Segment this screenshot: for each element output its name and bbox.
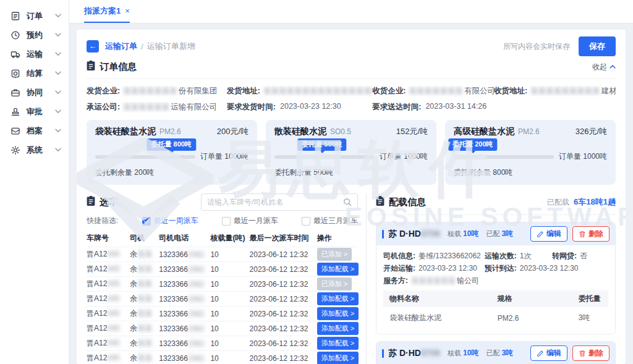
tab-close-icon[interactable]: × xyxy=(125,6,130,15)
product-name: 散装硅酸水泥 xyxy=(274,126,326,137)
pencil-icon xyxy=(537,350,544,357)
order-icon xyxy=(11,11,21,21)
order-quantity: 订单量 1000吨 xyxy=(559,151,607,162)
progress-tooltip-row: 委托量 200吨 xyxy=(454,138,549,151)
sidebar-item-transport[interactable]: 运输 xyxy=(0,44,69,64)
edit-button[interactable]: 编辑 xyxy=(530,345,567,361)
sidebar-item-collab[interactable]: 协同 xyxy=(0,83,69,102)
filter-label: 最近一周派车 xyxy=(154,216,198,226)
vehicle-table: 车牌号司机司机电话核载量(吨)最后一次派车时间操作 晋A12345余某某1323… xyxy=(87,229,358,364)
card-info-row: 服务方:某某某某某某输公司 xyxy=(383,274,608,287)
progress-bar xyxy=(454,155,554,159)
add-load-button[interactable]: 添加配载 > xyxy=(317,337,359,350)
sidebar-item-system[interactable]: 系统 xyxy=(0,140,69,159)
sidebar-item-label: 档案 xyxy=(27,125,43,137)
field-value: 有限公司 xyxy=(464,86,494,96)
load-card-body: 司机信息:姜维/13233662062运输次数:1次转网贷:否开始运输:2023… xyxy=(376,245,615,334)
vehicle-search-input[interactable] xyxy=(207,198,343,206)
product-card: 散装硅酸水泥SO0.5152元/吨委托量 500吨订单量 1000吨委托剩余量 … xyxy=(266,120,436,185)
delete-button[interactable]: 删除 xyxy=(572,345,610,361)
save-button[interactable]: 保存 xyxy=(579,36,616,56)
sidebar-item-settle[interactable]: 结算 xyxy=(0,64,69,83)
sidebar-item-booking[interactable]: 预约 xyxy=(0,25,69,44)
filter-checkbox-2[interactable]: 最近一月派车 xyxy=(222,216,278,226)
progress-row: 订单量 1000吨 xyxy=(454,151,607,162)
accent-bar xyxy=(382,230,384,239)
card-actions: 编辑删除 xyxy=(530,345,610,361)
added-button: 已添加 > xyxy=(317,277,352,290)
tab-dispatch-plan-1[interactable]: 指派方案1 × xyxy=(84,0,130,23)
add-load-button[interactable]: 添加配载 > xyxy=(317,292,359,305)
trip-count: 1次 xyxy=(520,250,532,262)
product-card-top: 袋装硅酸盐水泥PM2.6200元/吨 xyxy=(95,126,249,137)
sidebar-item-label: 预约 xyxy=(27,30,43,41)
driver-cell: 余某某 xyxy=(130,307,159,321)
add-load-button[interactable]: 添加配载 > xyxy=(317,352,359,364)
search-icon[interactable] xyxy=(343,198,352,206)
capacity-cell: 10 xyxy=(210,292,249,307)
sidebar-item-label: 系统 xyxy=(27,145,43,156)
capacity-cell: 10 xyxy=(210,307,249,321)
load-panel-header: 配载信息 已配载 6车18吨1趟 xyxy=(376,193,616,211)
product-spec: PM2.6 xyxy=(518,127,540,136)
table-row: 晋A12345余某某13233662062102023-06-12 12:32添… xyxy=(87,292,358,307)
action-cell: 添加配载 > xyxy=(317,321,358,336)
load-panel-title: 配载信息 xyxy=(389,197,426,208)
plate-cell: 晋A12345 xyxy=(87,351,130,364)
capacity-cell: 10 xyxy=(210,247,249,262)
table-row: 晋A12345余某某13233662062102023-06-12 12:32添… xyxy=(87,321,358,336)
column-header: 操作 xyxy=(317,229,358,247)
load-card: 苏 D·HD8706核载10吨已配3吨编辑删除司机信息:姜维/132336620… xyxy=(376,341,616,364)
checkbox-icon[interactable] xyxy=(222,217,231,226)
panels: 选车 快捷筛选: 最近一周派车最近一月派车最近三月派车 xyxy=(87,193,616,364)
action-cell: 添加配载 > xyxy=(317,307,358,321)
load-panel: 配载信息 已配载 6车18吨1趟 苏 D·HD8706核载10吨已配3吨编辑删除… xyxy=(367,193,616,364)
add-load-button[interactable]: 添加配载 > xyxy=(317,307,359,320)
plate-cell: 晋A12345 xyxy=(87,321,130,336)
field-value: 建材大厦 xyxy=(601,86,616,96)
autosave-hint: 所写内容会实时保存 xyxy=(503,41,570,52)
sidebar-item-archive[interactable]: 档案 xyxy=(0,121,69,140)
field-label: 收货企业: xyxy=(372,86,406,96)
truck-icon xyxy=(11,49,21,59)
capacity-cell: 10 xyxy=(210,336,249,351)
capacity-cell: 10 xyxy=(210,262,249,277)
back-button[interactable]: ← xyxy=(87,40,99,53)
add-load-button[interactable]: 添加配载 > xyxy=(317,322,359,335)
collapse-toggle[interactable]: 收起 xyxy=(592,62,616,72)
filter-checkbox-3[interactable]: 最近三月派车 xyxy=(302,216,358,226)
chevron-down-icon xyxy=(55,129,61,133)
product-card: 袋装硅酸盐水泥PM2.6200元/吨委托量 800吨订单量 1000吨委托剩余量… xyxy=(87,120,257,185)
product-card-top: 高级硅酸盐水泥PM2.6326元/吨 xyxy=(454,126,607,137)
add-load-button[interactable]: 添加配载 > xyxy=(317,263,359,276)
checkbox-icon[interactable] xyxy=(302,217,310,226)
phone-cell: 13233662062 xyxy=(159,336,210,351)
load-card: 苏 D·HD8706核载10吨已配3吨编辑删除司机信息:姜维/132336620… xyxy=(376,222,616,334)
load-cards: 苏 D·HD8706核载10吨已配3吨编辑删除司机信息:姜维/132336620… xyxy=(376,222,616,364)
filter-checkbox-1[interactable]: 最近一周派车 xyxy=(142,216,198,226)
column-header: 委托量 xyxy=(572,290,608,307)
delete-button[interactable]: 删除 xyxy=(572,226,610,242)
filter-label: 最近三月派车 xyxy=(313,216,358,226)
product-price: 326元/吨 xyxy=(576,126,607,137)
order-quantity: 订单量 1000吨 xyxy=(200,151,249,162)
phone-cell: 13233662062 xyxy=(159,321,210,336)
start-time: 2023-03-23 12:30 xyxy=(418,262,477,274)
plate-cell: 晋A12345 xyxy=(87,247,130,262)
sidebar-item-approve[interactable]: 审批 xyxy=(0,102,69,121)
gear-icon xyxy=(11,145,21,155)
breadcrumb-parent[interactable]: 运输订单 xyxy=(105,41,137,52)
main-area: 指派方案1 × ← 运输订单 / 运输订单新增 所写内容会实时保存 保存 xyxy=(69,0,633,364)
added-button: 已添加 > xyxy=(317,248,352,261)
field-value-redacted: 某某某某某某 xyxy=(123,102,169,112)
loaded-label: 已配载 xyxy=(547,197,569,208)
last-dispatch-cell: 2023-06-12 12:32 xyxy=(250,321,317,336)
phone-cell: 13233662062 xyxy=(159,292,210,307)
sidebar-item-order[interactable]: 订单 xyxy=(0,6,69,25)
last-dispatch-cell: 2023-06-12 12:32 xyxy=(250,351,317,364)
column-header: 核载量(吨) xyxy=(210,229,249,247)
field-value-redacted: 某某某某某某某某某 xyxy=(530,86,600,96)
checkbox-icon[interactable] xyxy=(142,217,151,226)
entrusted-amount-tooltip: 委托量 500吨 xyxy=(297,138,346,151)
edit-button[interactable]: 编辑 xyxy=(530,226,567,242)
